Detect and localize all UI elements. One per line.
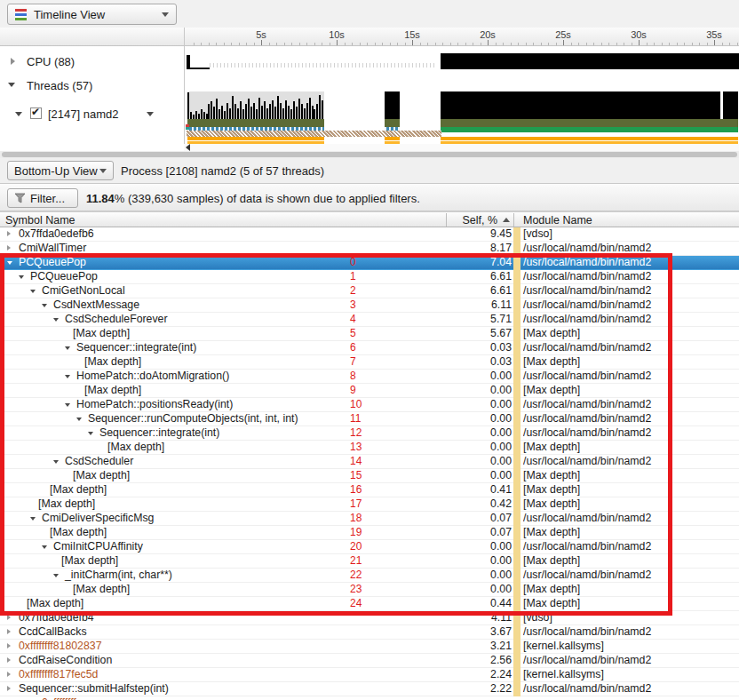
module-name: /usr/local/namd/bin/namd2: [523, 398, 737, 411]
annotation-number: 20: [350, 540, 362, 553]
collapse-arrow-icon[interactable]: [65, 341, 76, 354]
sorted-column-stripe: [513, 270, 520, 284]
timeline-hscrollbar[interactable]: [184, 144, 739, 151]
table-row[interactable]: _initCharm(int, char**)220.00/usr/local/…: [0, 569, 739, 583]
table-row[interactable]: CsdScheduleForever45.71/usr/local/namd/b…: [0, 313, 739, 327]
table-row[interactable]: [Max depth]160.41[Max depth]: [0, 483, 739, 497]
table-row[interactable]: CsdNextMessage36.11/usr/local/namd/bin/n…: [0, 298, 739, 313]
table-row[interactable]: [Max depth]210.00[Max depth]: [0, 554, 739, 569]
thread-row-label[interactable]: [2147] namd2: [48, 107, 119, 121]
collapse-arrow-icon[interactable]: [76, 412, 88, 425]
timeline-view-dropdown[interactable]: Timeline View: [7, 4, 177, 25]
expand-arrow-icon[interactable]: [7, 682, 19, 695]
table-row[interactable]: [Max depth]130.00[Max depth]: [0, 441, 739, 455]
collapse-arrow-icon[interactable]: [65, 398, 76, 410]
table-row[interactable]: PCQueuePop07.04/usr/local/namd/bin/namd2: [0, 256, 739, 270]
expand-arrow-icon[interactable]: [7, 625, 19, 638]
module-name: /usr/local/namd/bin/namd2: [523, 412, 737, 426]
ruler-tick: [314, 43, 315, 45]
collapse-arrow-icon[interactable]: [53, 569, 65, 581]
table-row[interactable]: Sequencer::submitHalfstep(int)2.22/usr/l…: [0, 682, 739, 696]
thread-options-arrow-icon[interactable]: [147, 112, 154, 116]
histogram-bar: [213, 107, 215, 119]
column-resize-handle[interactable]: [446, 213, 447, 227]
filter-button[interactable]: Filter...: [7, 188, 78, 208]
symbol-cell: 0x7ffda0edefb4: [0, 611, 357, 625]
panel-divider[interactable]: [184, 28, 185, 151]
table-row[interactable]: 0xffffffff818028373.21[kernel.kallsyms]: [0, 640, 739, 654]
collapse-arrow-icon[interactable]: [30, 284, 42, 297]
collapse-arrow-icon[interactable]: [8, 83, 15, 87]
column-header-symbol[interactable]: Symbol Name: [5, 214, 75, 227]
table-row[interactable]: PCQueuePop16.61/usr/local/namd/bin/namd2: [0, 270, 739, 284]
expand-arrow-icon[interactable]: [7, 242, 19, 254]
expand-arrow-icon[interactable]: [7, 654, 19, 666]
collapse-arrow-icon[interactable]: [15, 112, 22, 116]
table-row[interactable]: CmiWallTimer8.17/usr/local/namd/bin/namd…: [0, 242, 739, 256]
table-row[interactable]: [Max depth]170.42[Max depth]: [0, 497, 739, 512]
threads-row-label[interactable]: Threads (57): [27, 79, 92, 92]
histogram-bar: [229, 108, 231, 119]
symbol-cell: CcdCallBacks: [0, 625, 357, 640]
module-name: /usr/local/namd/bin/namd2: [523, 341, 737, 354]
sorted-column-stripe: [513, 554, 520, 569]
cpu-row-label[interactable]: CPU (88): [27, 55, 75, 68]
collapse-arrow-icon[interactable]: [42, 298, 53, 311]
table-row[interactable]: Sequencer::integrate(int)120.00/usr/loca…: [0, 426, 739, 441]
ruler-tick: [450, 43, 451, 45]
collapse-arrow-icon[interactable]: [7, 256, 19, 268]
collapse-arrow-icon[interactable]: [19, 270, 30, 282]
collapse-arrow-icon[interactable]: [65, 370, 76, 382]
ruler-tick: [654, 43, 655, 45]
expand-arrow-icon[interactable]: [30, 696, 42, 700]
symbol-name: [Max depth]: [50, 526, 107, 538]
collapse-arrow-icon[interactable]: [53, 313, 65, 325]
module-name: [Max depth]: [523, 583, 737, 596]
table-row[interactable]: 0xffffffff817fec5d2.24[kernel.kallsyms]: [0, 668, 739, 682]
self-percent-value: 0.00: [446, 554, 512, 568]
table-row[interactable]: Sequencer::runComputeObjects(int, int, i…: [0, 412, 739, 426]
table-row[interactable]: [Max depth]90.00[Max depth]: [0, 384, 739, 398]
bottom-up-view-dropdown[interactable]: Bottom-Up View: [7, 161, 114, 180]
scroll-left-icon[interactable]: [186, 144, 190, 151]
table-row[interactable]: HomePatch::positionsReady(int)100.00/usr…: [0, 398, 739, 412]
table-row[interactable]: CmiInitCPUAffinity200.00/usr/local/namd/…: [0, 540, 739, 554]
table-row[interactable]: [Max depth]240.44[Max depth]: [0, 597, 739, 611]
table-row[interactable]: CmiGetNonLocal26.61/usr/local/namd/bin/n…: [0, 284, 739, 298]
table-row[interactable]: Sequencer::integrate(int)60.03/usr/local…: [0, 341, 739, 355]
collapse-arrow-icon[interactable]: [30, 512, 42, 524]
table-row[interactable]: CcdCallBacks3.67/usr/local/namd/bin/namd…: [0, 625, 739, 640]
table-row[interactable]: [Max depth]55.67[Max depth]: [0, 327, 739, 341]
histogram-bar: [312, 106, 314, 119]
symbol-name: CcdRaiseCondition: [19, 654, 112, 666]
expand-arrow-icon[interactable]: [7, 640, 19, 652]
table-row[interactable]: 0x7ffda0edefb69.45[vdso]: [0, 227, 739, 242]
table-row[interactable]: CcdRaiseCondition2.56/usr/local/namd/bin…: [0, 654, 739, 668]
expand-arrow-icon[interactable]: [11, 58, 15, 65]
table-row[interactable]: [Max depth]70.03[Max depth]: [0, 355, 739, 370]
table-row[interactable]: [Max depth]190.07[Max depth]: [0, 526, 739, 540]
collapse-arrow-icon[interactable]: [42, 540, 53, 553]
table-row[interactable]: 0x7ffda0edefb44.11[vdso]: [0, 611, 739, 625]
pane-splitter[interactable]: [0, 151, 739, 158]
histogram-bar: [240, 101, 242, 119]
table-row[interactable]: CsdScheduler140.00/usr/local/namd/bin/na…: [0, 455, 739, 469]
column-header-self[interactable]: Self, %: [444, 214, 497, 227]
time-ruler[interactable]: 5s10s15s20s25s30s35s: [0, 28, 739, 46]
sorted-column-stripe: [513, 483, 520, 497]
column-resize-handle[interactable]: [513, 213, 514, 227]
column-header-module[interactable]: Module Name: [523, 214, 592, 227]
call-tree-grid[interactable]: 0x7ffda0edefb69.45[vdso]CmiWallTimer8.17…: [0, 227, 739, 700]
hscrollbar-thumb[interactable]: [2, 152, 737, 157]
table-row[interactable]: CmiDeliverSpecificMsg180.07/usr/local/na…: [0, 512, 739, 526]
table-row[interactable]: [Max depth]150.00[Max depth]: [0, 469, 739, 483]
collapse-arrow-icon[interactable]: [88, 426, 99, 439]
expand-arrow-icon[interactable]: [7, 611, 19, 624]
expand-arrow-icon[interactable]: [7, 227, 19, 240]
expand-arrow-icon[interactable]: [7, 668, 19, 680]
thread-checkbox[interactable]: ✔: [30, 107, 42, 119]
table-row[interactable]: HomePatch::doAtomMigration()80.00/usr/lo…: [0, 370, 739, 384]
table-row[interactable]: [Max depth]230.00[Max depth]: [0, 583, 739, 597]
collapse-arrow-icon[interactable]: [53, 455, 65, 467]
table-row[interactable]: 0xffffffff: [0, 696, 739, 700]
